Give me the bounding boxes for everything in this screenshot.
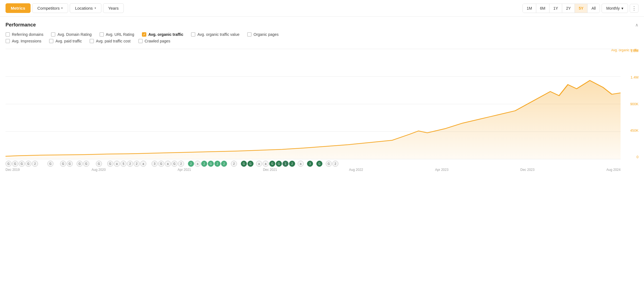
event-dot-3b[interactable]: 3 [307, 161, 313, 167]
event-dot-ad[interactable]: a [195, 161, 201, 167]
checkbox-avg-paid-traffic-cost[interactable] [90, 39, 94, 43]
more-options-btn[interactable]: ⋮ [630, 4, 638, 13]
event-dot-g1[interactable]: G [6, 161, 12, 167]
event-dot-2d[interactable]: 2 [178, 161, 184, 167]
event-dot-2b[interactable]: 2 [127, 161, 133, 167]
competitors-arrow: ▾ [61, 6, 63, 10]
event-dot-5[interactable]: 5 [120, 161, 126, 167]
y-label-900k: 900K [622, 102, 638, 106]
metric-crawled-pages[interactable]: Crawled pages [138, 39, 170, 43]
metric-referring-domains[interactable]: Referring domains [6, 32, 43, 37]
metric-avg-paid-traffic-cost[interactable]: Avg. paid traffic cost [90, 39, 131, 43]
metric-avg-paid-traffic-cost-label: Avg. paid traffic cost [96, 39, 131, 43]
period-6m-btn[interactable]: 6M [536, 4, 549, 13]
top-bar: Metrics Competitors ▾ Locations ▾ Years … [0, 0, 644, 17]
competitors-label: Competitors [37, 6, 60, 10]
metric-organic-pages[interactable]: Organic pages [247, 32, 279, 37]
nav-tabs-left: Metrics Competitors ▾ Locations ▾ Years [6, 3, 124, 13]
y-label-14m: 1.4M [622, 75, 638, 79]
checkbox-avg-url-rating[interactable] [99, 32, 104, 37]
metric-avg-impressions[interactable]: Avg. Impressions [6, 39, 41, 43]
event-dot-2c[interactable]: 2 [134, 161, 140, 167]
event-dot-ac[interactable]: a [165, 161, 171, 167]
locations-label: Locations [75, 6, 93, 10]
event-dot-g10[interactable]: G [96, 161, 102, 167]
metric-avg-organic-traffic-label: Avg. organic traffic [148, 32, 183, 37]
event-dot-ab[interactable]: a [140, 161, 146, 167]
event-dot-aa[interactable]: a [114, 161, 120, 167]
event-dot-ag[interactable]: a [298, 161, 304, 167]
period-5y-btn[interactable]: 5Y [575, 4, 588, 13]
event-dot-g5[interactable]: G [47, 161, 53, 167]
y-label-18m: 1.8M [622, 49, 638, 53]
years-tab[interactable]: Years [103, 3, 124, 13]
metric-avg-organic-traffic-value[interactable]: Avg. organic traffic value [191, 32, 239, 37]
event-dot-ga[interactable]: G [107, 161, 113, 167]
checkbox-crawled-pages[interactable] [138, 39, 143, 43]
competitors-tab[interactable]: Competitors ▾ [32, 3, 68, 13]
event-dot-ge[interactable]: G [247, 161, 254, 167]
metrics-tab[interactable]: Metrics [6, 3, 31, 13]
event-dot-2f[interactable]: 2 [201, 161, 207, 167]
metric-avg-organic-traffic[interactable]: Avg. organic traffic [142, 32, 183, 37]
performance-header: Performance ∧ [6, 22, 638, 28]
event-dot-gh[interactable]: G [316, 161, 322, 167]
x-axis-area: G G G G 2 G G G G G G G [6, 161, 638, 172]
event-dot-2g[interactable]: 2 [214, 161, 220, 167]
event-dot-g4[interactable]: G [25, 161, 31, 167]
period-all-btn[interactable]: All [588, 4, 600, 13]
x-axis-labels: Dec 2019 Aug 2020 Apr 2021 Dec 2021 Aug … [6, 168, 621, 172]
event-dot-g2[interactable]: G [12, 161, 18, 167]
checkbox-avg-domain-rating[interactable] [51, 32, 55, 37]
grid-line-bottom [6, 159, 621, 159]
locations-tab[interactable]: Locations ▾ [70, 3, 101, 13]
period-1m-btn[interactable]: 1M [523, 4, 536, 13]
event-dot-g7[interactable]: G [67, 161, 73, 167]
checkbox-avg-paid-traffic[interactable] [49, 39, 53, 43]
y-label-450k: 450K [622, 128, 638, 133]
metrics-row-1: Referring domains Avg. Domain Rating Avg… [6, 32, 638, 37]
event-dot-ae[interactable]: a [256, 161, 262, 167]
event-dot-2h[interactable]: 2 [221, 161, 227, 167]
event-dot-2e[interactable]: 2 [188, 161, 194, 167]
metrics-row-2: Avg. Impressions Avg. paid traffic Avg. … [6, 39, 638, 43]
x-label-dec2023: Dec 2023 [520, 168, 534, 172]
event-dot-g3[interactable]: G [19, 161, 25, 167]
event-dot-2a[interactable]: 2 [32, 161, 38, 167]
nav-tabs-right: 1M 6M 1Y 2Y 5Y All Monthly ▾ ⋮ [522, 4, 638, 13]
event-dot-gi[interactable]: G [326, 161, 332, 167]
event-dot-3a[interactable]: 3 [152, 161, 158, 167]
performance-title: Performance [6, 22, 36, 28]
event-dot-ga2[interactable]: G [158, 161, 164, 167]
event-dot-g8[interactable]: G [77, 161, 83, 167]
dots-icon: ⋮ [632, 5, 637, 11]
metric-avg-paid-traffic[interactable]: Avg. paid traffic [49, 39, 82, 43]
event-dot-gb[interactable]: G [171, 161, 177, 167]
event-dot-gd[interactable]: G [241, 161, 247, 167]
collapse-btn[interactable]: ∧ [635, 22, 638, 28]
period-selector: 1M 6M 1Y 2Y 5Y All [522, 4, 600, 13]
checkbox-organic-pages[interactable] [247, 32, 252, 37]
event-dot-gg[interactable]: G [276, 161, 282, 167]
x-label-apr2021: Apr 2021 [178, 168, 191, 172]
event-dot-2k[interactable]: 2 [289, 161, 295, 167]
monthly-dropdown-btn[interactable]: Monthly ▾ [602, 4, 628, 13]
period-2y-btn[interactable]: 2Y [562, 4, 575, 13]
checkbox-avg-organic-traffic[interactable] [142, 32, 146, 37]
event-dot-g9[interactable]: G [83, 161, 89, 167]
event-dot-af[interactable]: a [263, 161, 269, 167]
metric-avg-domain-rating[interactable]: Avg. Domain Rating [51, 32, 91, 37]
checkbox-avg-impressions[interactable] [6, 39, 10, 43]
event-dot-g6[interactable]: G [60, 161, 66, 167]
event-dot-2j[interactable]: 1 [282, 161, 289, 167]
checkbox-referring-domains[interactable] [6, 32, 10, 37]
period-1y-btn[interactable]: 1Y [549, 4, 562, 13]
event-dot-gf[interactable]: G [269, 161, 275, 167]
event-dots-row: G G G G 2 G G G G G G G [6, 161, 621, 167]
metric-avg-url-rating[interactable]: Avg. URL Rating [99, 32, 134, 37]
checkbox-avg-organic-traffic-value[interactable] [191, 32, 195, 37]
event-dot-2i[interactable]: 2 [231, 161, 237, 167]
event-dot-2l[interactable]: 2 [332, 161, 338, 167]
monthly-arrow: ▾ [621, 6, 623, 10]
event-dot-gc[interactable]: G [208, 161, 214, 167]
